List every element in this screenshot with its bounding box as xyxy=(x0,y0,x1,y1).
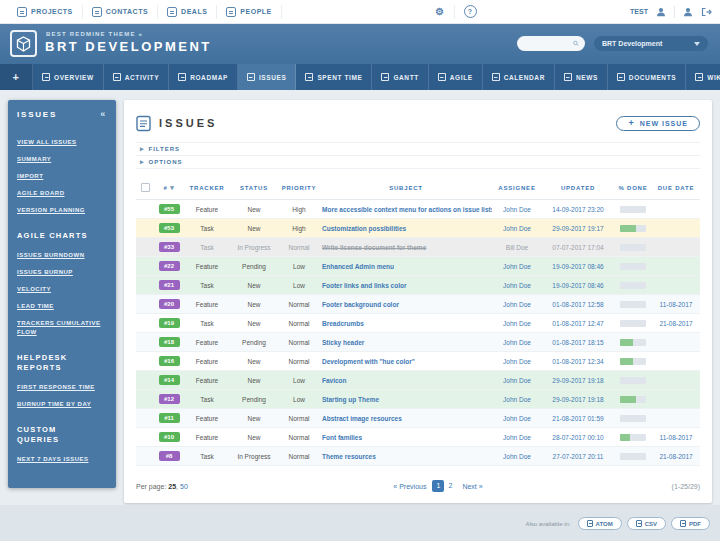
issue-subject-link[interactable]: Development with "hue color" xyxy=(320,352,492,371)
topbar-item-people[interactable]: PEOPLE xyxy=(217,5,281,19)
issue-id-badge[interactable]: #21 xyxy=(159,280,180,290)
topbar-item-contacts[interactable]: CONTACTS xyxy=(83,5,158,19)
issue-assignee-link[interactable]: John Doe xyxy=(492,314,542,333)
issue-subject-link[interactable]: Footer links and links color xyxy=(320,276,492,295)
sidebar-link[interactable]: FIRST RESPONSE TIME xyxy=(17,383,107,392)
pagination-page-2[interactable]: 2 xyxy=(444,480,456,492)
topbar-item-projects[interactable]: PROJECTS xyxy=(8,5,83,19)
issue-id-badge[interactable]: #11 xyxy=(159,413,180,423)
sidebar-link[interactable]: SUMMARY xyxy=(17,155,107,164)
column-header-due-date[interactable]: DUE DATE xyxy=(652,177,700,200)
sidebar-link[interactable]: VERSION PLANNING xyxy=(17,206,107,215)
issue-assignee-link[interactable]: John Doe xyxy=(492,276,542,295)
issue-subject-link[interactable]: Enhanced Admin menu xyxy=(320,257,492,276)
nav-tab-news[interactable]: NEWS xyxy=(555,64,608,90)
issue-id-badge[interactable]: #16 xyxy=(159,356,180,366)
sidebar-link[interactable]: BURNUP TIME BY DAY xyxy=(17,400,107,409)
issue-subject-link[interactable]: Favicon xyxy=(320,371,492,390)
issue-id-badge[interactable]: #14 xyxy=(159,375,180,385)
issue-subject-link[interactable]: Abstract image resources xyxy=(320,409,492,428)
issue-assignee-link[interactable]: John Doe xyxy=(492,352,542,371)
sidebar-link[interactable]: LEAD TIME xyxy=(17,302,107,311)
project-jump-select[interactable]: BRT Development xyxy=(594,36,708,51)
issue-subject-link[interactable]: Customization possibilities xyxy=(320,219,492,238)
filters-toggle[interactable]: ▸ FILTERS xyxy=(136,142,700,156)
select-all-checkbox[interactable] xyxy=(141,183,150,192)
per-page-option-25[interactable]: 25 xyxy=(168,483,176,490)
topbar-item-deals[interactable]: DEALS xyxy=(158,5,217,19)
csv-export-button[interactable]: CSV xyxy=(627,517,666,530)
issue-id-badge[interactable]: #33 xyxy=(159,242,180,252)
sidebar-link[interactable]: IMPORT xyxy=(17,172,107,181)
column-header-tracker[interactable]: TRACKER xyxy=(184,177,230,200)
nav-tab-wiki[interactable]: WIKI xyxy=(686,64,720,90)
issue-assignee-link[interactable]: John Doe xyxy=(492,390,542,409)
issue-assignee-link[interactable]: John Doe xyxy=(492,219,542,238)
settings-button[interactable]: ⚙ xyxy=(426,5,454,19)
issue-id-badge[interactable]: #22 xyxy=(159,261,180,271)
nav-tab-documents[interactable]: DOCUMENTS xyxy=(608,64,686,90)
issue-assignee-link[interactable]: John Doe xyxy=(492,295,542,314)
column-header-priority[interactable]: PRIORITY xyxy=(278,177,320,200)
issue-assignee-link[interactable]: Bill Doe xyxy=(492,238,542,257)
issue-subject-link[interactable]: Breadcrumbs xyxy=(320,314,492,333)
atom-export-button[interactable]: ATOM xyxy=(578,517,622,530)
pdf-export-button[interactable]: PDF xyxy=(671,517,710,530)
issue-id-badge[interactable]: #55 xyxy=(159,204,180,214)
sidebar-link[interactable]: ISSUES BURNDOWN xyxy=(17,251,107,260)
issue-id-badge[interactable]: #18 xyxy=(159,337,180,347)
issue-subject-link[interactable]: Theme resources xyxy=(320,447,492,466)
nav-tab-spent-time[interactable]: SPENT TIME xyxy=(296,64,372,90)
issue-id-badge[interactable]: #10 xyxy=(159,432,180,442)
my-account-icon[interactable] xyxy=(683,7,693,17)
column-header-done[interactable]: % DONE xyxy=(614,177,652,200)
issue-id-badge[interactable]: #12 xyxy=(159,394,180,404)
sidebar-link[interactable]: AGILE BOARD xyxy=(17,189,107,198)
column-header-id[interactable]: # ▾ xyxy=(154,177,184,200)
nav-tab-issues[interactable]: ISSUES xyxy=(238,64,296,90)
sidebar-collapse-icon[interactable]: « xyxy=(100,109,107,119)
issue-id-badge[interactable]: #53 xyxy=(159,223,180,233)
issue-assignee-link[interactable]: John Doe xyxy=(492,447,542,466)
nav-tab-agile[interactable]: AGILE xyxy=(429,64,483,90)
sidebar-link[interactable]: VIEW ALL ISSUES xyxy=(17,138,107,147)
nav-tab-overview[interactable]: OVERVIEW xyxy=(33,64,104,90)
column-header-updated[interactable]: UPDATED xyxy=(542,177,614,200)
sidebar-link[interactable]: VELOCITY xyxy=(17,285,107,294)
previous-page-link[interactable]: « Previous xyxy=(393,483,426,490)
next-page-link[interactable]: Next » xyxy=(462,483,482,490)
issue-assignee-link[interactable]: John Doe xyxy=(492,428,542,447)
issue-assignee-link[interactable]: John Doe xyxy=(492,409,542,428)
issue-subject-link[interactable]: Font families xyxy=(320,428,492,447)
help-button[interactable]: ? xyxy=(455,5,486,19)
sidebar-link[interactable]: TRACKERS CUMULATIVE FLOW xyxy=(17,319,107,337)
issue-assignee-link[interactable]: John Doe xyxy=(492,371,542,390)
options-toggle[interactable]: ▸ OPTIONS xyxy=(136,156,700,169)
sidebar-link[interactable]: NEXT 7 DAYS ISSUES xyxy=(17,455,107,464)
nav-tab-roadmap[interactable]: ROADMAP xyxy=(169,64,238,90)
issue-subject-link[interactable]: Sticky header xyxy=(320,333,492,352)
nav-tab-new[interactable]: + xyxy=(0,64,33,90)
issue-assignee-link[interactable]: John Doe xyxy=(492,257,542,276)
new-issue-button[interactable]: + NEW ISSUE xyxy=(616,116,700,131)
column-header-status[interactable]: STATUS xyxy=(230,177,278,200)
issue-assignee-link[interactable]: John Doe xyxy=(492,200,542,219)
issue-subject-link[interactable]: Starting up Theme xyxy=(320,390,492,409)
nav-tab-calendar[interactable]: CALENDAR xyxy=(483,64,555,90)
sign-out-icon[interactable] xyxy=(701,7,712,17)
per-page-option-50[interactable]: 50 xyxy=(180,483,188,490)
issue-subject-link[interactable]: Footer background color xyxy=(320,295,492,314)
search-input[interactable] xyxy=(523,39,573,48)
nav-tab-gantt[interactable]: GANTT xyxy=(372,64,428,90)
search-icon[interactable] xyxy=(573,39,579,48)
issue-id-badge[interactable]: #19 xyxy=(159,318,180,328)
column-header-subject[interactable]: SUBJECT xyxy=(320,177,492,200)
issue-id-badge[interactable]: #8 xyxy=(159,451,180,461)
pagination-page-1[interactable]: 1 xyxy=(432,480,444,492)
nav-tab-activity[interactable]: ACTIVITY xyxy=(104,64,169,90)
issue-subject-link[interactable]: More accessible context menu for actions… xyxy=(320,200,492,219)
column-header-assignee[interactable]: ASSIGNEE xyxy=(492,177,542,200)
issue-assignee-link[interactable]: John Doe xyxy=(492,333,542,352)
issue-subject-link[interactable]: Write license document for theme xyxy=(320,238,492,257)
sidebar-link[interactable]: ISSUES BURNUP xyxy=(17,268,107,277)
